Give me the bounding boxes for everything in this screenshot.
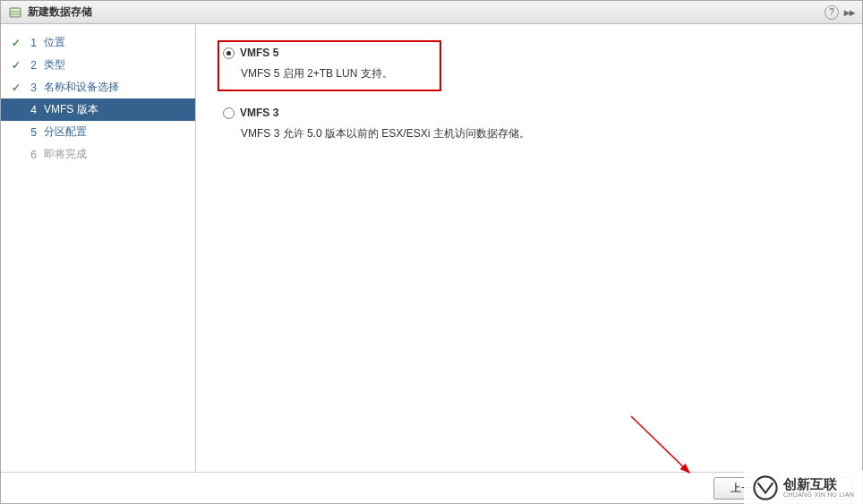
watermark-en: CHUANG XIN HU LIAN (783, 491, 854, 499)
step-number: 1 (22, 37, 37, 49)
watermark: 创新互联 CHUANG XIN HU LIAN (744, 470, 863, 504)
radio-vmfs3[interactable] (223, 107, 235, 119)
step-number: 2 (22, 59, 37, 72)
datastore-icon (8, 5, 22, 20)
dialog-footer: 上一步 下一步 (1, 472, 862, 503)
option-description: VMFS 5 启用 2+TB LUN 支持。 (241, 62, 436, 88)
option-vmfs5: VMFS 5 VMFS 5 启用 2+TB LUN 支持。 (218, 40, 441, 91)
header-actions: ? ▸▸ (825, 5, 855, 20)
dialog-header: 新建数据存储 ? ▸▸ (1, 1, 862, 24)
option-row[interactable]: VMFS 5 (223, 44, 436, 62)
step-number: 4 (22, 104, 37, 116)
step-number: 3 (22, 81, 37, 94)
watermark-cn: 创新互联 (783, 477, 854, 492)
check-icon: ✓ (10, 81, 22, 94)
watermark-logo-icon (753, 475, 778, 500)
step-label: 即将完成 (44, 147, 87, 162)
step-type[interactable]: ✓ 2 类型 (1, 54, 195, 76)
step-label: 位置 (44, 35, 65, 50)
wizard-sidebar: ✓ 1 位置 ✓ 2 类型 ✓ 3 名称和设备选择 ✓ 4 VMFS 版本 ✓ (1, 24, 196, 472)
step-partition[interactable]: ✓ 5 分区配置 (1, 121, 195, 143)
check-icon: ✓ (10, 37, 22, 49)
option-description: VMFS 3 允许 5.0 版本以前的 ESX/ESXi 主机访问数据存储。 (241, 122, 835, 148)
dialog-body: ✓ 1 位置 ✓ 2 类型 ✓ 3 名称和设备选择 ✓ 4 VMFS 版本 ✓ (1, 24, 862, 472)
step-ready: ✓ 6 即将完成 (1, 143, 195, 166)
dialog-title: 新建数据存储 (28, 4, 825, 20)
radio-vmfs5[interactable] (223, 47, 235, 59)
check-icon: ✓ (10, 59, 22, 72)
help-icon[interactable]: ? (825, 5, 839, 20)
svg-rect-0 (10, 8, 21, 17)
step-name-device[interactable]: ✓ 3 名称和设备选择 (1, 76, 195, 98)
step-label: VMFS 版本 (44, 102, 98, 117)
wizard-content: VMFS 5 VMFS 5 启用 2+TB LUN 支持。 VMFS 3 VMF… (196, 24, 862, 472)
watermark-text: 创新互联 CHUANG XIN HU LIAN (783, 477, 854, 499)
option-label: VMFS 5 (240, 47, 278, 59)
step-label: 分区配置 (44, 124, 87, 140)
option-vmfs3: VMFS 3 VMFS 3 允许 5.0 版本以前的 ESX/ESXi 主机访问… (218, 100, 841, 151)
step-location[interactable]: ✓ 1 位置 (1, 31, 195, 54)
svg-point-5 (754, 476, 776, 499)
step-number: 5 (22, 126, 37, 139)
option-label: VMFS 3 (240, 107, 278, 119)
step-number: 6 (22, 149, 37, 161)
option-row[interactable]: VMFS 3 (223, 104, 835, 122)
dialog: 新建数据存储 ? ▸▸ ✓ 1 位置 ✓ 2 类型 ✓ 3 名称和设备选择 (0, 0, 863, 504)
expand-icon[interactable]: ▸▸ (844, 6, 855, 19)
step-label: 名称和设备选择 (44, 80, 119, 95)
step-vmfs-version[interactable]: ✓ 4 VMFS 版本 (1, 98, 195, 121)
step-label: 类型 (44, 57, 65, 73)
